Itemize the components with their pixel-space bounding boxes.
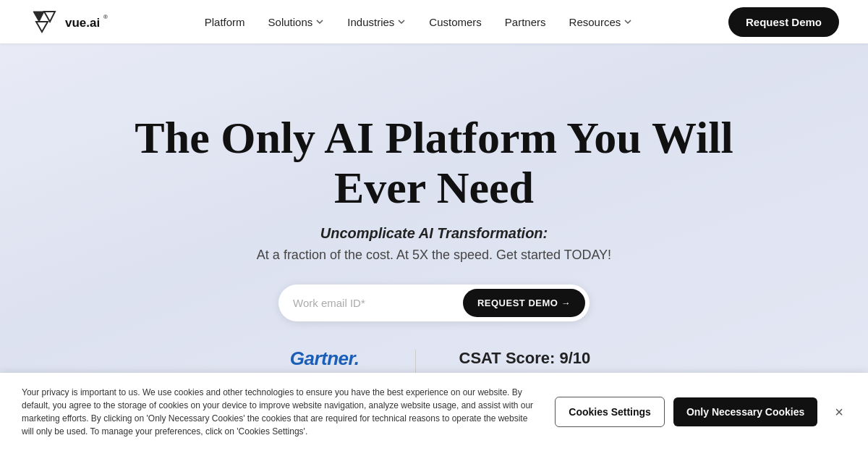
nav-label-industries: Industries: [347, 16, 394, 28]
nav-label-solutions: Solutions: [268, 16, 313, 28]
nav-item-platform[interactable]: Platform: [196, 10, 254, 34]
hero-subtitle: At a fraction of the cost. At 5X the spe…: [257, 248, 611, 263]
svg-marker-1: [44, 12, 55, 22]
svg-text:vue.ai: vue.ai: [65, 16, 100, 30]
nav-label-resources: Resources: [569, 16, 621, 28]
csat-score-label: CSAT Score: 9/10: [459, 349, 591, 368]
chevron-down-icon-2: [397, 17, 406, 26]
nav-item-resources[interactable]: Resources: [561, 10, 642, 34]
chevron-down-icon-3: [624, 17, 632, 26]
nav-link-solutions[interactable]: Solutions: [260, 10, 333, 34]
nav-link-platform[interactable]: Platform: [196, 10, 254, 34]
hero-title: The Only AI Platform You Will Ever Need: [109, 113, 760, 211]
hero-subtitle-bold: Uncomplicate AI Transformation:: [320, 225, 548, 242]
svg-marker-2: [36, 22, 48, 32]
nav-link-industries[interactable]: Industries: [339, 10, 414, 34]
cookies-settings-button[interactable]: Cookies Settings: [555, 397, 665, 427]
svg-marker-0: [33, 12, 44, 22]
cookie-banner: Your privacy is important to us. We use …: [0, 373, 868, 451]
nav-link-customers[interactable]: Customers: [420, 10, 490, 34]
svg-text:®: ®: [103, 14, 108, 20]
logo-link[interactable]: vue.ai vue.ai ®: [29, 9, 109, 35]
nav-item-industries[interactable]: Industries: [339, 10, 414, 34]
nav-item-solutions[interactable]: Solutions: [260, 10, 333, 34]
logo-text: vue.ai ®: [65, 13, 109, 30]
email-input[interactable]: [293, 297, 463, 309]
nav-label-partners: Partners: [505, 16, 546, 28]
cookie-close-button[interactable]: ×: [832, 401, 846, 423]
logo-icon: vue.ai: [29, 9, 59, 35]
nav-label-customers: Customers: [429, 16, 482, 28]
nav-item-partners[interactable]: Partners: [496, 10, 555, 34]
cookie-text: Your privacy is important to us. We use …: [22, 386, 540, 438]
email-form: REQUEST DEMO →: [278, 284, 590, 321]
navbar: vue.ai vue.ai ® Platform Solutions Indus…: [0, 0, 868, 43]
cookie-buttons: Cookies Settings Only Necessary Cookies: [555, 397, 817, 427]
navbar-request-demo-button[interactable]: Request Demo: [728, 7, 839, 37]
only-necessary-button[interactable]: Only Necessary Cookies: [673, 397, 817, 426]
request-demo-form-button[interactable]: REQUEST DEMO →: [463, 289, 585, 317]
nav-link-partners[interactable]: Partners: [496, 10, 555, 34]
nav-link-resources[interactable]: Resources: [561, 10, 642, 34]
nav-links: Platform Solutions Industries Customers: [196, 10, 642, 34]
nav-item-customers[interactable]: Customers: [420, 10, 490, 34]
gartner-label: Gartner.: [290, 347, 359, 370]
nav-label-platform: Platform: [205, 16, 245, 28]
chevron-down-icon: [315, 17, 324, 26]
